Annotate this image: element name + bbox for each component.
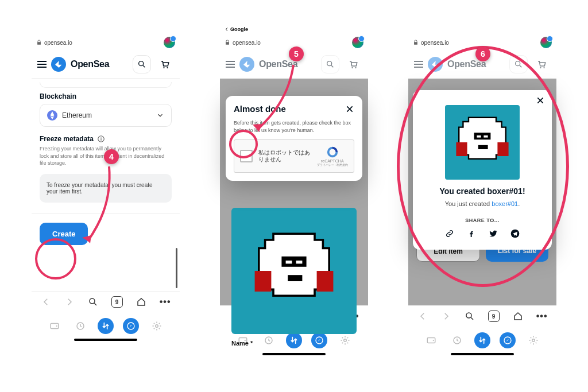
brand-name: OpenSea bbox=[71, 59, 109, 69]
nav-forward-icon[interactable] bbox=[441, 311, 451, 321]
opensea-logo-icon bbox=[239, 57, 254, 72]
name-field-label: Name * bbox=[231, 340, 253, 347]
svg-point-14 bbox=[90, 298, 95, 304]
share-link-icon[interactable] bbox=[445, 229, 454, 238]
svg-point-20 bbox=[156, 325, 158, 328]
back-to-google[interactable]: Google bbox=[225, 26, 248, 32]
menu-button[interactable] bbox=[414, 61, 423, 68]
profile-avatar[interactable] bbox=[352, 37, 363, 48]
blockchain-select[interactable]: Ethereum bbox=[40, 104, 172, 127]
bottom-dock bbox=[32, 312, 180, 335]
blockchain-label: Blockchain bbox=[40, 92, 172, 100]
create-form-content: Blockchain Ethereum Freeze metadata Free… bbox=[32, 79, 180, 291]
svg-point-17 bbox=[56, 325, 57, 327]
create-button[interactable]: Create bbox=[40, 223, 88, 245]
brand-name: OpenSea bbox=[259, 59, 297, 69]
dock-explore[interactable] bbox=[311, 332, 327, 348]
nav-home-icon[interactable] bbox=[513, 311, 523, 321]
share-to-label: SHARE TO... bbox=[420, 218, 545, 223]
tab-count[interactable]: 9 bbox=[111, 296, 123, 308]
cart-button[interactable] bbox=[156, 55, 174, 73]
modal-close-icon[interactable] bbox=[536, 96, 545, 105]
screen3-body: Edit item List for sale You created boxe… bbox=[408, 79, 556, 305]
freeze-metadata-label: Freeze metadata bbox=[40, 135, 94, 143]
profile-avatar[interactable] bbox=[540, 37, 552, 48]
dock-explore[interactable] bbox=[123, 318, 139, 334]
recaptcha-logo: reCAPTCHA プライバシー - 利用規約 bbox=[317, 146, 348, 166]
nav-forward-icon[interactable] bbox=[64, 297, 75, 307]
dock-wallet[interactable] bbox=[47, 318, 63, 334]
svg-point-32 bbox=[516, 61, 520, 66]
created-title: You created boxer#01! bbox=[420, 187, 545, 196]
screen-step-6: opensea.io OpenSea Edit item List for sa… bbox=[408, 34, 556, 355]
recaptcha-widget: 私はロボットではありません reCAPTCHA プライバシー - 利用規約 bbox=[234, 139, 354, 173]
search-icon bbox=[137, 60, 146, 69]
nav-back-icon[interactable] bbox=[41, 297, 51, 307]
screen2-body: Name * Almost done Before this item gets… bbox=[220, 79, 368, 305]
dock-clock[interactable] bbox=[449, 332, 465, 348]
share-facebook-icon[interactable] bbox=[467, 229, 476, 238]
svg-point-35 bbox=[543, 67, 544, 68]
share-twitter-icon[interactable] bbox=[489, 229, 498, 238]
dock-explore[interactable] bbox=[500, 332, 516, 348]
created-item-link[interactable]: boxer#01 bbox=[492, 200, 518, 207]
svg-point-34 bbox=[540, 67, 541, 68]
cart-button[interactable] bbox=[532, 55, 551, 73]
dock-settings[interactable] bbox=[337, 332, 353, 348]
almost-done-modal: Almost done Before this item gets create… bbox=[226, 96, 362, 181]
info-icon[interactable] bbox=[97, 135, 105, 143]
url-text: opensea.io bbox=[44, 40, 72, 46]
nav-home-icon[interactable] bbox=[136, 297, 146, 307]
modal-close-icon[interactable] bbox=[345, 104, 354, 114]
nav-more-icon[interactable]: ••• bbox=[160, 297, 171, 307]
svg-point-7 bbox=[139, 61, 144, 66]
nav-more-icon[interactable]: ••• bbox=[536, 311, 548, 321]
recaptcha-checkbox[interactable] bbox=[240, 150, 253, 162]
share-telegram-icon[interactable] bbox=[510, 229, 520, 238]
dock-swap[interactable] bbox=[98, 318, 114, 334]
search-button[interactable] bbox=[509, 55, 528, 73]
url-text: opensea.io bbox=[421, 40, 449, 46]
created-subtitle: You just created boxer#01. bbox=[420, 200, 545, 207]
chevron-down-icon bbox=[156, 111, 164, 119]
app-header: OpenSea bbox=[32, 51, 180, 79]
dock-swap[interactable] bbox=[286, 332, 302, 348]
browser-nav-bar: 9 ••• bbox=[408, 305, 556, 327]
dock-wallet[interactable] bbox=[423, 332, 439, 348]
svg-line-33 bbox=[520, 65, 521, 67]
dock-settings[interactable] bbox=[525, 332, 541, 348]
scrollbar[interactable] bbox=[176, 248, 177, 288]
modal-subtitle: Before this item gets created, please ch… bbox=[234, 119, 354, 134]
search-button[interactable] bbox=[133, 55, 151, 73]
nft-image-preview-bg bbox=[231, 208, 357, 334]
annotation-badge-6: 6 bbox=[475, 46, 490, 61]
dock-swap[interactable] bbox=[474, 332, 490, 348]
cart-icon bbox=[160, 59, 170, 69]
ethereum-icon bbox=[47, 110, 57, 121]
cart-button[interactable] bbox=[344, 55, 362, 73]
lock-icon bbox=[225, 40, 230, 45]
dock-clock[interactable] bbox=[261, 332, 277, 348]
svg-point-24 bbox=[355, 67, 356, 68]
svg-point-37 bbox=[466, 313, 471, 318]
nav-search-icon[interactable] bbox=[88, 297, 98, 307]
dock-settings[interactable] bbox=[149, 318, 165, 334]
screen-step-4: opensea.io OpenSea Blockchain Ethereum bbox=[32, 34, 180, 355]
tab-count[interactable]: 9 bbox=[488, 311, 500, 322]
annotation-badge-5: 5 bbox=[289, 46, 304, 61]
created-modal: You created boxer#01! You just created b… bbox=[413, 90, 552, 250]
svg-line-15 bbox=[94, 303, 96, 305]
svg-line-38 bbox=[471, 317, 473, 320]
svg-point-23 bbox=[351, 67, 353, 68]
profile-avatar[interactable] bbox=[164, 37, 175, 48]
nav-back-icon[interactable] bbox=[417, 311, 428, 321]
svg-point-21 bbox=[327, 61, 332, 66]
menu-button[interactable] bbox=[37, 61, 47, 68]
menu-button[interactable] bbox=[226, 61, 235, 68]
nav-search-icon[interactable] bbox=[465, 311, 475, 321]
browser-url-bar: opensea.io bbox=[32, 34, 180, 51]
home-indicator bbox=[262, 353, 326, 355]
annotation-badge-4: 4 bbox=[104, 149, 119, 164]
search-button[interactable] bbox=[321, 55, 339, 73]
dock-clock[interactable] bbox=[72, 318, 88, 334]
